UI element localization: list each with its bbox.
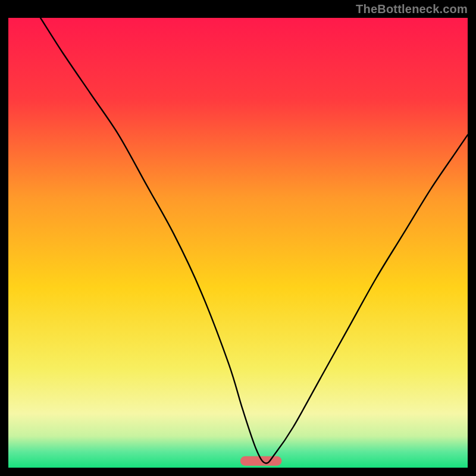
watermark-text: TheBottleneck.com — [356, 2, 468, 16]
chart-frame: TheBottleneck.com — [0, 0, 476, 476]
chart-svg — [8, 18, 468, 468]
chart-plot-area — [8, 18, 468, 468]
gradient-background — [8, 18, 468, 468]
optimal-marker — [240, 456, 282, 466]
